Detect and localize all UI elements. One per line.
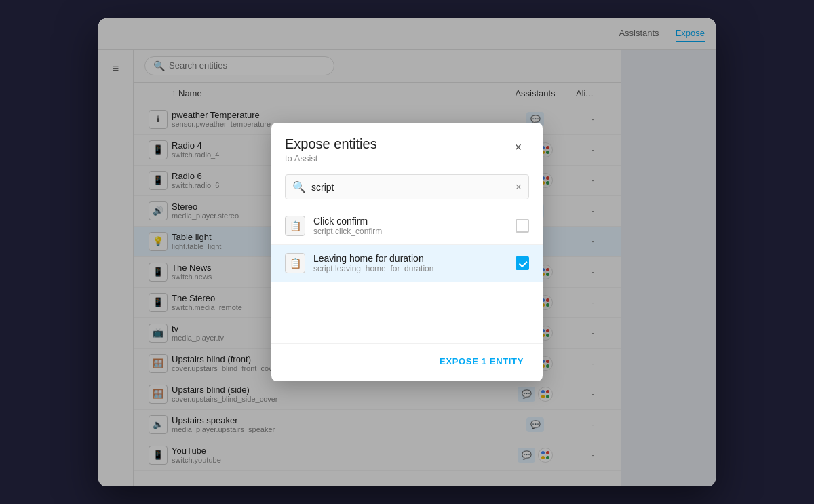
entity-checkbox[interactable]: [516, 219, 529, 233]
modal-footer: EXPOSE 1 ENTITY: [271, 343, 543, 381]
modal-search-input[interactable]: [311, 182, 510, 193]
modal-entity-icon: 📋: [285, 253, 305, 273]
modal-title: Expose entities: [285, 136, 377, 152]
modal-search-icon: 🔍: [292, 180, 306, 193]
modal-entity-name: Leaving home for duration: [313, 253, 507, 264]
modal-entity-item[interactable]: 📋 Leaving home for duration script.leavi…: [271, 245, 543, 282]
modal-entity-icon: 📋: [285, 216, 305, 236]
modal-subtitle: to Assist: [285, 153, 377, 163]
modal-entity-info: Leaving home for duration script.leaving…: [313, 253, 507, 273]
modal-entity-name: Click confirm: [313, 216, 507, 227]
modal-close-button[interactable]: ×: [507, 136, 529, 158]
modal-header: Expose entities to Assist ×: [271, 123, 543, 169]
modal-entity-item[interactable]: 📋 Click confirm script.click_confirm: [271, 208, 543, 245]
app-window: Assistants Expose ≡ 🔍 ↑: [98, 18, 716, 486]
modal-entity-list: 📋 Click confirm script.click_confirm 📋 L…: [271, 208, 543, 343]
modal-overlay: Expose entities to Assist × 🔍 × 📋 Click …: [98, 18, 716, 486]
modal-entity-id: script.leaving_home_for_duration: [313, 264, 507, 273]
expose-modal: Expose entities to Assist × 🔍 × 📋 Click …: [271, 123, 543, 381]
modal-search-clear-button[interactable]: ×: [516, 181, 522, 193]
modal-entity-id: script.click_confirm: [313, 227, 507, 236]
modal-search-box[interactable]: 🔍 ×: [285, 174, 529, 199]
expose-button[interactable]: EXPOSE 1 ENTITY: [434, 352, 529, 370]
modal-entity-info: Click confirm script.click_confirm: [313, 216, 507, 236]
entity-checkbox[interactable]: [516, 256, 529, 270]
